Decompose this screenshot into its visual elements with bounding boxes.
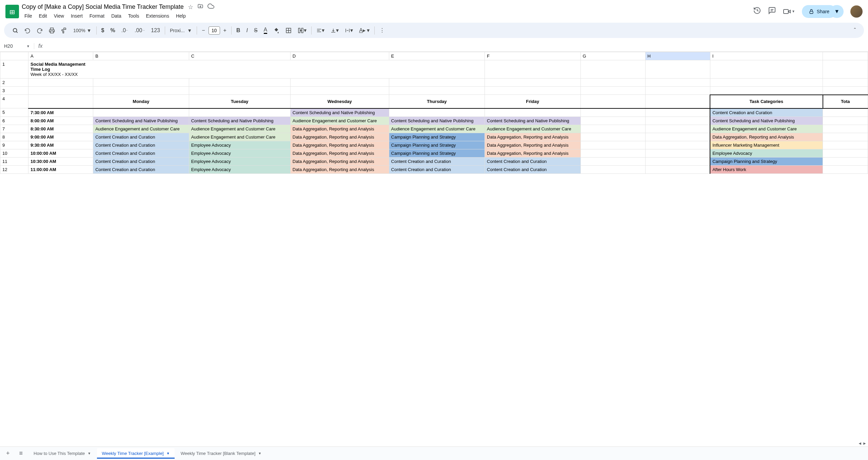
day-header[interactable]: Wednesday <box>290 95 389 108</box>
increase-decimal-icon[interactable]: .00→ <box>132 25 147 36</box>
task-cell[interactable]: Audience Engagement and Customer Care <box>189 133 290 141</box>
decrease-fontsize-icon[interactable]: − <box>199 25 208 36</box>
print-icon[interactable] <box>46 25 58 36</box>
cell[interactable] <box>580 79 645 87</box>
day-header[interactable] <box>645 95 710 108</box>
cell[interactable] <box>389 79 485 87</box>
merge-cells-icon[interactable]: ▾ <box>295 25 309 36</box>
menu-view[interactable]: View <box>51 12 67 20</box>
menu-file[interactable]: File <box>22 12 35 20</box>
column-header-A[interactable]: A <box>28 52 93 60</box>
task-cell[interactable]: Content Creation and Curation <box>93 157 189 165</box>
row-header-9[interactable]: 9 <box>0 141 28 149</box>
row-header-12[interactable]: 12 <box>0 165 28 173</box>
row-header-7[interactable]: 7 <box>0 125 28 133</box>
bold-icon[interactable]: B <box>234 25 243 36</box>
cell[interactable] <box>645 125 710 133</box>
cell[interactable] <box>645 141 710 149</box>
task-cell[interactable]: Data Aggregation, Reporting and Analysis <box>290 141 389 149</box>
category-cell[interactable]: Influencer Marketing Management <box>710 141 823 149</box>
formula-input[interactable] <box>46 42 868 50</box>
column-header-I[interactable]: I <box>710 52 823 60</box>
cloud-status-icon[interactable] <box>208 3 214 11</box>
fill-color-icon[interactable] <box>271 25 282 36</box>
paint-format-icon[interactable] <box>58 25 70 36</box>
time-cell[interactable]: 11:00:00 AM <box>28 165 93 173</box>
day-header[interactable]: Task Categories <box>710 95 823 108</box>
comment-icon[interactable] <box>768 6 776 16</box>
cell[interactable] <box>580 149 645 157</box>
cell[interactable] <box>93 60 189 79</box>
document-title[interactable]: Copy of [Make a Copy] Social Media Time … <box>22 3 184 11</box>
task-cell[interactable]: Content Creation and Curation <box>93 149 189 157</box>
menu-edit[interactable]: Edit <box>36 12 50 20</box>
cell[interactable] <box>93 87 189 95</box>
cell[interactable] <box>580 87 645 95</box>
time-cell[interactable]: 7:30:00 AM <box>28 108 93 117</box>
task-cell[interactable]: Content Creation and Curation <box>93 165 189 173</box>
redo-icon[interactable] <box>34 25 45 36</box>
text-rotation-icon[interactable]: A▸ ▾ <box>356 25 372 36</box>
menu-data[interactable]: Data <box>108 12 124 20</box>
fontsize-input[interactable] <box>209 26 220 35</box>
task-cell[interactable]: Employee Advocacy <box>189 165 290 173</box>
time-cell[interactable]: 9:30:00 AM <box>28 141 93 149</box>
format-number-icon[interactable]: 123 <box>148 25 163 36</box>
cell[interactable] <box>290 60 389 79</box>
task-cell[interactable]: Content Scheduling and Native Publishing <box>485 117 580 125</box>
task-cell[interactable]: Data Aggregation, Reporting and Analysis <box>485 149 580 157</box>
menu-tools[interactable]: Tools <box>125 12 142 20</box>
increase-fontsize-icon[interactable]: + <box>221 25 229 36</box>
zoom-select[interactable]: 100% ▼ <box>71 26 94 35</box>
font-select[interactable]: Proxi... ▼ <box>167 26 195 35</box>
day-header[interactable] <box>28 95 93 108</box>
task-cell[interactable]: Employee Advocacy <box>189 149 290 157</box>
column-header-D[interactable]: D <box>290 52 389 60</box>
cell[interactable] <box>485 79 580 87</box>
day-header[interactable]: Thursday <box>389 95 485 108</box>
day-header[interactable]: Tuesday <box>189 95 290 108</box>
cell[interactable] <box>93 79 189 87</box>
cell[interactable] <box>485 108 580 117</box>
row-header-8[interactable]: 8 <box>0 133 28 141</box>
sheets-logo[interactable] <box>5 5 19 18</box>
time-cell[interactable]: 10:00:00 AM <box>28 149 93 157</box>
time-cell[interactable]: 10:30:00 AM <box>28 157 93 165</box>
task-cell[interactable]: Content Creation and Curation <box>389 157 485 165</box>
task-cell[interactable]: Audience Engagement and Customer Care <box>485 125 580 133</box>
task-cell[interactable]: Content Creation and Curation <box>485 165 580 173</box>
task-cell[interactable]: Content Creation and Curation <box>389 165 485 173</box>
task-cell[interactable]: Content Creation and Curation <box>485 157 580 165</box>
task-cell[interactable]: Campaign Planning and Strategy <box>389 141 485 149</box>
user-avatar[interactable] <box>850 5 863 18</box>
borders-icon[interactable] <box>283 25 294 36</box>
text-color-icon[interactable]: A <box>261 25 270 36</box>
cell[interactable] <box>645 117 710 125</box>
cell-A1[interactable]: Social Media Management Time LogWeek of … <box>28 60 93 79</box>
cell[interactable] <box>823 125 868 133</box>
cell[interactable] <box>580 165 645 173</box>
cell[interactable] <box>290 87 389 95</box>
column-header-B[interactable]: B <box>93 52 189 60</box>
task-cell[interactable]: Employee Advocacy <box>189 141 290 149</box>
row-header-5[interactable]: 5 <box>0 108 28 117</box>
star-icon[interactable]: ☆ <box>188 3 193 11</box>
cell[interactable] <box>389 87 485 95</box>
spreadsheet-grid[interactable]: ABCDEFGHI1Social Media Management Time L… <box>0 52 868 444</box>
row-header-2[interactable]: 2 <box>0 79 28 87</box>
cell[interactable] <box>710 60 823 79</box>
cell[interactable] <box>823 165 868 173</box>
cell[interactable] <box>645 165 710 173</box>
cell[interactable] <box>823 141 868 149</box>
vertical-align-icon[interactable]: ▾ <box>328 25 341 36</box>
text-wrap-icon[interactable]: ▾ <box>342 25 356 36</box>
day-header[interactable]: Monday <box>93 95 189 108</box>
task-cell[interactable]: Audience Engagement and Customer Care <box>389 125 485 133</box>
currency-icon[interactable]: $ <box>99 25 107 36</box>
task-cell[interactable]: Content Scheduling and Native Publishing <box>290 108 389 117</box>
task-cell[interactable]: Data Aggregation, Reporting and Analysis <box>290 165 389 173</box>
cell[interactable] <box>485 60 580 79</box>
cell[interactable] <box>580 60 645 79</box>
row-header-4[interactable]: 4 <box>0 95 28 108</box>
day-header[interactable]: Friday <box>485 95 580 108</box>
